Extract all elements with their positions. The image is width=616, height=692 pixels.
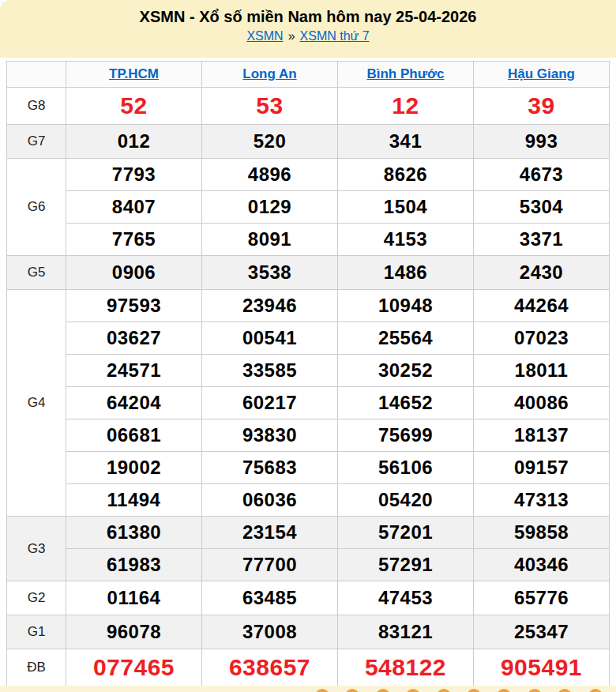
prize-label-g6: G6 [7,159,66,256]
prize-g4-hau-giang: 18137 [474,419,610,452]
column-header-row: TP.HCMLong AnBình PhướcHậu Giang [7,62,610,88]
prize-row-g4-line-2: 03627005412556407023 [7,322,610,355]
prize-g4-long-an: 93830 [202,419,338,452]
prize-g2-hau-giang: 65776 [474,581,610,615]
prize-row-g4-line-7: 11494060360542047313 [7,484,610,517]
prize-g4-hau-giang: 40086 [474,387,610,419]
prize-row-g7: G7012520341993 [7,125,610,159]
prize-row-g4-line-5: 06681938307569918137 [7,419,610,452]
prize-g4-long-an: 75683 [202,452,338,484]
prize-g4-long-an: 06036 [202,484,338,517]
prize-g7-tp-hcm: 012 [66,125,202,159]
column-header-binh-phuoc[interactable]: Bình Phước [366,66,444,81]
prize-label-g3: G3 [7,517,66,581]
prize-row-g3-line-2: 61983777005729140346 [7,549,610,581]
prize-g5-hau-giang: 2430 [474,256,610,290]
breadcrumb-link-xsmn-thu-7[interactable]: XSMN thứ 7 [300,29,370,43]
footer-strip [0,686,616,692]
prize-g3-hau-giang: 40346 [474,549,610,581]
prize-row-g8: G852531239 [7,88,610,125]
results-table: TP.HCMLong AnBình PhướcHậu Giang G852531… [6,61,610,686]
prize-row-g1: G196078370088312125347 [7,615,610,649]
results-table-body: G852531239G7012520341993G677934896862646… [7,88,610,686]
prize-g8-hau-giang: 39 [474,88,610,125]
lottery-ball-icon [588,689,603,692]
prize-g7-binh-phuoc: 341 [338,125,474,159]
prize-g4-hau-giang: 47313 [474,484,610,517]
prize-g4-binh-phuoc: 25564 [338,322,474,355]
column-header-cell-tp-hcm: TP.HCM [66,62,202,88]
lottery-ball-icon [497,689,511,692]
prize-g2-binh-phuoc: 47453 [338,581,474,615]
column-header-tp-hcm[interactable]: TP.HCM [109,66,159,81]
prize-g4-tp-hcm: 03627 [66,322,202,355]
prize-g3-binh-phuoc: 57201 [338,517,474,549]
lottery-ball-icon [467,689,481,692]
prize-g4-tp-hcm: 24571 [66,355,202,387]
prize-g4-binh-phuoc: 14652 [338,387,474,419]
column-header-hau-giang[interactable]: Hậu Giang [508,66,575,81]
prize-g4-hau-giang: 09157 [474,452,610,484]
prize-g1-binh-phuoc: 83121 [338,615,474,649]
prize-g4-hau-giang: 18011 [474,355,610,387]
prize-db-long-an: 638657 [202,649,338,686]
column-header-cell-long-an: Long An [202,62,338,88]
prize-row-g4-line-6: 19002756835610609157 [7,452,610,484]
prize-g6-binh-phuoc: 8626 [338,159,474,191]
column-header-long-an[interactable]: Long An [242,66,296,81]
prize-g3-hau-giang: 59858 [474,517,610,549]
prize-row-g4-line-1: G497593239461094844264 [7,290,610,322]
prize-g1-long-an: 37008 [202,615,338,649]
prize-g4-hau-giang: 07023 [474,322,610,355]
prize-g3-long-an: 77700 [202,549,338,581]
page-title: XSMN - Xổ số miền Nam hôm nay 25-04-2026 [0,6,616,27]
prize-row-g4-line-3: 24571335853025218011 [7,355,610,387]
lottery-ball-icon [558,689,572,692]
prize-g5-tp-hcm: 0906 [66,256,202,290]
prize-label-g8: G8 [7,88,66,125]
breadcrumb-link-xsmn[interactable]: XSMN [246,29,283,43]
prize-label-g4: G4 [7,290,66,517]
prize-g6-long-an: 0129 [202,191,338,224]
prize-g3-long-an: 23154 [202,517,338,549]
prize-g6-long-an: 4896 [202,159,338,191]
corner-cell [7,62,66,88]
prize-g4-long-an: 33585 [202,355,338,387]
prize-g8-tp-hcm: 52 [66,88,202,125]
lottery-ball-icon [406,689,420,692]
prize-row-g5: G50906353814862430 [7,256,610,290]
prize-row-g2: G201164634854745365776 [7,581,610,615]
breadcrumb-separator: » [288,29,295,43]
prize-g4-tp-hcm: 11494 [66,484,202,517]
prize-g4-binh-phuoc: 30252 [338,355,474,387]
prize-db-hau-giang: 905491 [474,649,610,686]
prize-label-g1: G1 [7,615,66,649]
page-header: XSMN - Xổ số miền Nam hôm nay 25-04-2026… [0,0,616,58]
prize-g4-tp-hcm: 19002 [66,452,202,484]
prize-g4-long-an: 23946 [202,290,338,322]
prize-g7-hau-giang: 993 [474,125,610,159]
prize-g4-tp-hcm: 97593 [66,290,202,322]
lottery-ball-icon [376,689,390,692]
prize-label-g5: G5 [7,256,66,290]
prize-row-g6-line-1: G67793489686264673 [7,159,610,191]
prize-row-g4-line-4: 64204602171465240086 [7,387,610,419]
prize-g1-tp-hcm: 96078 [66,615,202,649]
prize-row-db: ĐB077465638657548122905491 [7,649,610,686]
prize-db-tp-hcm: 077465 [66,649,202,686]
prize-g4-binh-phuoc: 10948 [338,290,474,322]
prize-g6-tp-hcm: 7793 [66,159,202,191]
prize-g6-long-an: 8091 [202,224,338,256]
prize-g4-binh-phuoc: 75699 [338,419,474,452]
prize-g6-hau-giang: 4673 [474,159,610,191]
prize-g4-tp-hcm: 64204 [66,387,202,419]
lottery-ball-icon [345,689,359,692]
prize-label-db: ĐB [7,649,66,686]
lottery-ball-icon [315,689,329,692]
prize-g6-binh-phuoc: 1504 [338,191,474,224]
results-table-head: TP.HCMLong AnBình PhướcHậu Giang [7,62,610,88]
prize-g4-hau-giang: 44264 [474,290,610,322]
prize-g8-long-an: 53 [202,88,338,125]
breadcrumb: XSMN»XSMN thứ 7 [0,29,616,43]
prize-g5-long-an: 3538 [202,256,338,290]
